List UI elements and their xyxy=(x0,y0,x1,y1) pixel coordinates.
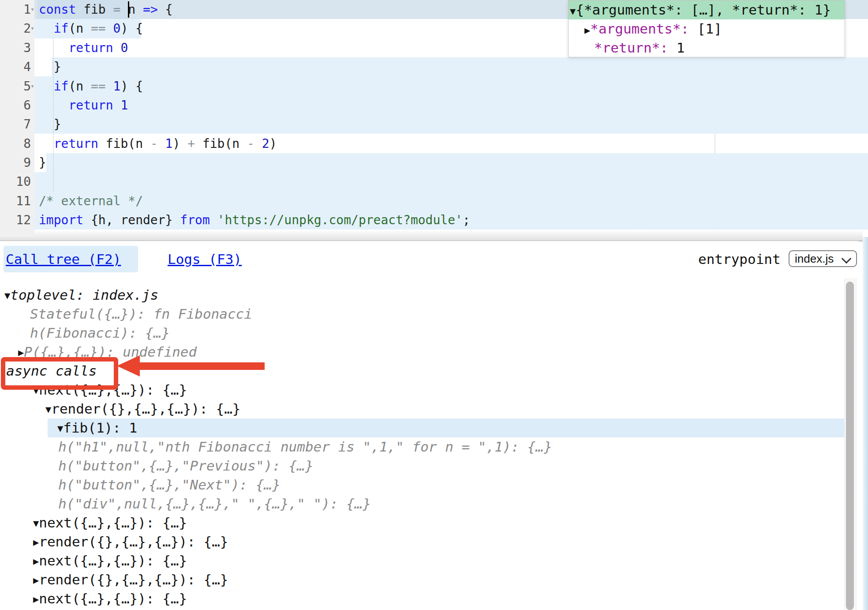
code-token: } xyxy=(39,60,61,74)
inspector-header-row[interactable]: ▼{*arguments*: […], *return*: 1} xyxy=(569,0,845,19)
code-token xyxy=(106,79,113,94)
line-number[interactable]: 7 xyxy=(0,115,31,134)
code-token: } xyxy=(39,117,61,132)
expand-triangle-icon[interactable]: ▶ xyxy=(33,594,39,605)
annotation-red-box xyxy=(1,357,118,390)
collapse-triangle-icon[interactable]: ▼ xyxy=(570,6,576,17)
tree-row-h-fibonacci[interactable]: h(Fibonacci): {…} xyxy=(30,324,170,343)
tree-row-render[interactable]: ▶render({},{…},{…}): {…} xyxy=(33,570,228,589)
tree-row-h-div[interactable]: h("div",null,{…},{…}," ",{…}," "): {…} xyxy=(58,494,371,513)
code-token: return xyxy=(68,98,113,113)
code-token: - xyxy=(150,136,158,151)
collapse-triangle-icon[interactable]: ▼ xyxy=(4,290,10,301)
value-inspector-popup: ▼{*arguments*: […], *return*: 1} ▶*argum… xyxy=(568,0,845,57)
expand-triangle-icon[interactable]: ▶ xyxy=(584,25,590,36)
code-token xyxy=(39,98,68,113)
line-number[interactable]: 8 xyxy=(0,134,31,153)
line-number[interactable]: 5 xyxy=(0,77,31,96)
code-token: { xyxy=(158,2,173,17)
call-tree-panel: Call tree (F2) Logs (F3) entrypoint inde… xyxy=(0,241,863,610)
tree-row-render[interactable]: ▶render({},{…},{…}): {…} xyxy=(33,532,228,551)
collapse-triangle-icon[interactable]: ▼ xyxy=(57,423,63,434)
tree-row-label: render({},{…},{…}): {…} xyxy=(39,534,228,550)
tree-row-next[interactable]: ▼next({…},{…}): {…} xyxy=(33,513,187,532)
app-window: const fib = n => { if(n == 0) { return 0… xyxy=(0,0,868,610)
scrollbar-thumb[interactable] xyxy=(846,282,854,610)
code-token: 0 xyxy=(113,21,121,36)
code-token: 1 xyxy=(165,136,173,151)
entrypoint-select[interactable]: index.js xyxy=(789,250,857,267)
code-line-8[interactable]: return fib(n - 1) + fib(n - 2) xyxy=(39,134,277,153)
code-line-2[interactable]: if(n == 0) { xyxy=(39,19,143,38)
code-token: const xyxy=(39,2,76,17)
tree-row-toplevel[interactable]: ▼toplevel: index.js xyxy=(4,286,158,305)
code-token: (n xyxy=(68,79,91,94)
code-line-11[interactable]: /* external */ xyxy=(39,192,143,211)
tree-row-render[interactable]: ▶render({},{…},{…}): {…} xyxy=(33,608,228,610)
inspector-return-row[interactable]: *return*: 1 xyxy=(569,38,845,57)
collapse-triangle-icon[interactable]: ▼ xyxy=(33,518,39,529)
code-token xyxy=(254,136,262,151)
code-line-4[interactable]: } xyxy=(39,57,61,76)
expand-triangle-icon[interactable]: ▶ xyxy=(33,556,39,567)
tree-row-h-button-previous[interactable]: h("button",{…},"Previous"): {…} xyxy=(58,456,314,475)
line-number[interactable]: 6 xyxy=(0,96,31,115)
tree-row-next[interactable]: ▶next({…},{…}): {…} xyxy=(33,589,187,608)
tree-row-label: render({},{…},{…}): {…} xyxy=(39,572,228,587)
code-line-9[interactable]: } xyxy=(39,153,46,172)
code-token: 1 xyxy=(120,98,128,113)
code-line-1[interactable]: const fib = n => { xyxy=(39,0,172,19)
line-number[interactable]: 12 xyxy=(0,211,31,230)
code-token: n xyxy=(120,2,143,17)
code-token: => xyxy=(143,2,158,17)
code-token: if xyxy=(54,21,69,36)
expand-triangle-icon[interactable]: ▶ xyxy=(18,347,24,358)
background-strip xyxy=(863,237,868,610)
code-line-6[interactable]: return 1 xyxy=(39,96,128,115)
tree-row-stateful[interactable]: Stateful({…}): fn Fibonacci xyxy=(30,305,252,324)
expand-triangle-icon[interactable]: ▶ xyxy=(33,575,39,586)
code-line-3[interactable]: return 0 xyxy=(39,38,128,57)
coverage-line10 xyxy=(34,172,868,192)
line-number[interactable]: 11 xyxy=(0,192,31,211)
tab-logs[interactable]: Logs (F3) xyxy=(168,246,242,272)
selected-row-highlight xyxy=(48,418,844,437)
editor-gutter[interactable]: 1 2 3 4 5 6 7 8 9 10 11 12 ▾ ▾ ▾ xyxy=(0,0,34,237)
tree-row-label: render({},{…},{…}): {…} xyxy=(51,401,240,417)
code-token: 1 xyxy=(113,79,121,94)
code-token xyxy=(210,213,217,227)
tree-row-fib-selected[interactable]: ▼fib(1): 1 xyxy=(57,418,137,437)
code-line-7[interactable]: } xyxy=(39,115,61,134)
line-number[interactable]: 3 xyxy=(0,38,31,57)
line-number[interactable]: 1 xyxy=(0,0,31,19)
line-number[interactable]: 2 xyxy=(0,19,31,38)
tab-call-tree[interactable]: Call tree (F2) xyxy=(6,246,121,272)
tree-row-label: toplevel: index.js xyxy=(10,287,158,303)
tree-row-h-h1[interactable]: h("h1",null,"nth Fibonacci number is ",1… xyxy=(58,437,552,456)
expand-triangle-icon[interactable]: ▶ xyxy=(33,537,39,548)
annotation-arrow-shaft xyxy=(138,362,265,370)
code-line-12[interactable]: import {h, render} from 'https://unpkg.c… xyxy=(39,211,470,230)
line-number[interactable]: 10 xyxy=(0,172,31,191)
code-token: == xyxy=(91,21,106,36)
collapse-triangle-icon[interactable]: ▼ xyxy=(45,404,51,415)
coverage-line11 xyxy=(34,192,868,211)
inspector-arguments-row[interactable]: ▶*arguments*: [1] xyxy=(569,19,845,38)
tree-row-label: fib(1): 1 xyxy=(63,420,137,436)
line-number[interactable]: 4 xyxy=(0,57,31,76)
line-number[interactable]: 9 xyxy=(0,153,31,172)
coverage-line7 xyxy=(34,115,868,134)
code-token: ) { xyxy=(120,79,143,94)
tree-row-label: h(Fibonacci): {…} xyxy=(30,325,170,341)
tree-row-h-button-next[interactable]: h("button",{…},"Next"): {…} xyxy=(58,475,281,494)
tree-row-next[interactable]: ▶next({…},{…}): {…} xyxy=(33,551,187,570)
chevron-down-icon xyxy=(842,254,852,264)
tree-row-render[interactable]: ▼render({},{…},{…}): {…} xyxy=(45,399,241,418)
fold-arrow-icon[interactable]: ▾ xyxy=(30,19,36,38)
fold-arrow-icon[interactable]: ▾ xyxy=(30,0,36,19)
code-token xyxy=(39,136,54,151)
tree-row-label: h("button",{…},"Previous"): {…} xyxy=(58,458,314,474)
panel-divider xyxy=(0,230,863,241)
code-line-5[interactable]: if(n == 1) { xyxy=(39,77,143,96)
fold-arrow-icon[interactable]: ▾ xyxy=(30,77,36,96)
